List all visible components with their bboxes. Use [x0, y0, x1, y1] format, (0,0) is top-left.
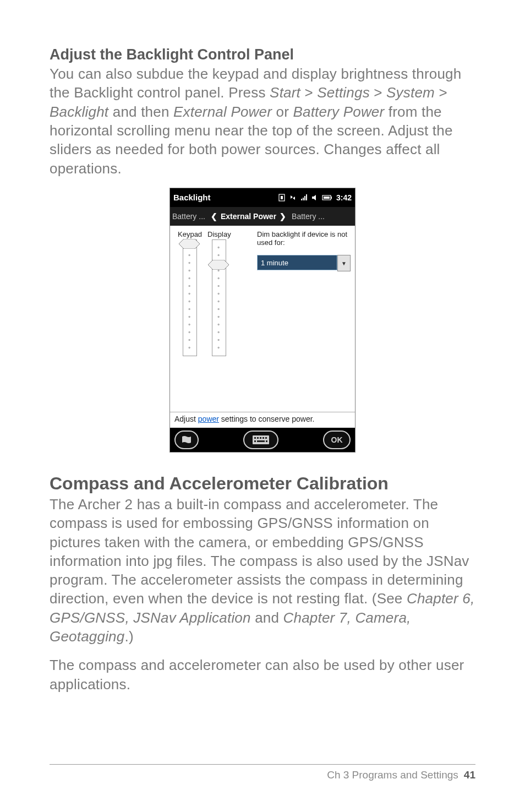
- chevron-left-icon[interactable]: ❮: [207, 212, 221, 221]
- svg-rect-15: [266, 440, 267, 442]
- svg-marker-6: [208, 260, 229, 270]
- battery-icon: [322, 194, 333, 201]
- svg-rect-9: [257, 437, 259, 439]
- keyboard-button[interactable]: [243, 430, 278, 449]
- tab-left-label[interactable]: Battery ...: [170, 212, 207, 221]
- svg-rect-12: [265, 437, 267, 439]
- display-slider-label: Display: [207, 230, 231, 238]
- display-slider[interactable]: ∘∘∘∘∘∘∘∘∘∘∘∘∘∘: [212, 239, 226, 356]
- power-link[interactable]: power: [198, 415, 219, 423]
- svg-rect-10: [260, 437, 261, 439]
- timeout-value: 1 minute: [257, 255, 337, 270]
- ok-button[interactable]: OK: [323, 430, 351, 449]
- windows-icon: [181, 434, 192, 445]
- sim-icon: [278, 194, 286, 201]
- status-icons: 3:42: [278, 193, 352, 202]
- sync-icon: [289, 194, 297, 201]
- keyboard-icon: [253, 435, 269, 444]
- bottom-bar: OK: [170, 428, 355, 452]
- tab-strip[interactable]: Battery ... ❮ External Power ❯ Battery .…: [170, 207, 355, 226]
- svg-rect-11: [262, 437, 264, 439]
- tab-right-label[interactable]: Battery ...: [289, 212, 327, 221]
- timeout-dropdown[interactable]: 1 minute ▼: [257, 255, 351, 271]
- titlebar-title: Backlight: [173, 193, 278, 202]
- backlight-screenshot: Backlight 3:42 Battery ... ❮ External Po…: [169, 188, 356, 453]
- dropdown-arrow-icon[interactable]: ▼: [337, 255, 351, 271]
- svg-rect-3: [324, 197, 330, 199]
- chevron-right-icon[interactable]: ❯: [276, 212, 289, 221]
- dim-text: Dim backlight if device is not used for:: [257, 230, 351, 247]
- volume-icon: [311, 194, 319, 201]
- section-paragraph-compass-1: The Archer 2 has a built-in compass and …: [50, 495, 475, 646]
- svg-rect-14: [257, 440, 265, 442]
- keypad-slider[interactable]: ∘∘∘∘∘∘∘∘∘∘∘∘∘∘: [183, 239, 197, 356]
- tab-center-label[interactable]: External Power: [221, 212, 276, 221]
- svg-rect-13: [254, 440, 256, 442]
- keypad-slider-label: Keypad: [178, 230, 202, 238]
- section-heading-compass: Compass and Accelerometer Calibration: [50, 473, 475, 494]
- svg-rect-8: [254, 437, 256, 439]
- svg-marker-5: [179, 239, 200, 249]
- section-paragraph-backlight: You can also subdue the keypad and displ…: [50, 64, 475, 178]
- signal-icon: [300, 194, 308, 201]
- svg-rect-4: [331, 197, 332, 199]
- section-heading-backlight: Adjust the Backlight Control Panel: [50, 46, 475, 63]
- hint-text: Adjust power settings to conserve power.: [170, 412, 355, 428]
- titlebar: Backlight 3:42: [170, 188, 355, 207]
- section-paragraph-compass-2: The compass and accelerometer can also b…: [50, 656, 475, 694]
- svg-rect-1: [281, 196, 283, 199]
- page-footer: Ch 3 Programs and Settings41: [50, 764, 475, 781]
- clock-text: 3:42: [336, 193, 352, 202]
- start-button[interactable]: [174, 430, 199, 449]
- svg-rect-7: [253, 435, 269, 444]
